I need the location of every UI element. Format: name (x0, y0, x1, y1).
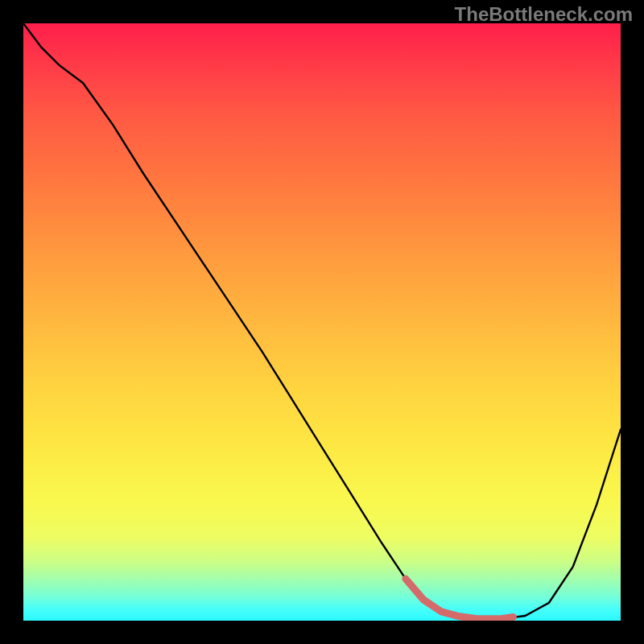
watermark-text: TheBottleneck.com (455, 3, 633, 26)
chart-plot-area (23, 23, 621, 621)
bottleneck-curve (23, 23, 621, 619)
chart-curves (23, 23, 621, 621)
optimal-range-marker (406, 579, 514, 619)
